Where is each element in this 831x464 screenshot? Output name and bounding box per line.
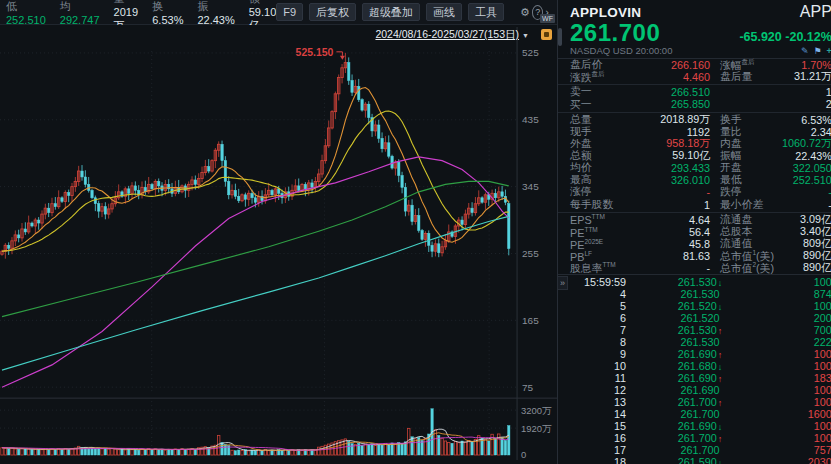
stock-symbol: APP bbox=[800, 3, 831, 21]
trade-row[interactable]: 10261.680↓100 bbox=[570, 360, 831, 372]
trade-row[interactable]: 17261.700757 bbox=[570, 444, 831, 456]
stat-value: - bbox=[644, 186, 710, 198]
quote-stat: 换6.53% bbox=[152, 0, 183, 26]
candlestick-chart[interactable]: 525435345255165753200万1920万0525.150 bbox=[0, 25, 557, 464]
trade-time: 4 bbox=[570, 288, 626, 300]
trade-row[interactable]: 15261.690↓100 bbox=[570, 420, 831, 432]
trade-time: 7 bbox=[570, 324, 626, 336]
trading-app-window: 低252.510均292.747量2019万换6.53%振22.43%额59.1… bbox=[0, 0, 831, 464]
trade-time: 15 bbox=[570, 420, 626, 432]
down-arrow-icon: ↓ bbox=[718, 362, 723, 372]
down-arrow-icon: ↓ bbox=[718, 422, 723, 432]
up-arrow-icon: ↑ bbox=[718, 326, 723, 336]
float-window-icon[interactable]: WF bbox=[540, 14, 555, 23]
stat-value: 22.43% bbox=[782, 150, 831, 162]
toolbar-button-超级叠加[interactable]: 超级叠加 bbox=[362, 3, 420, 21]
stats-row: 每手股数1最小价差- bbox=[558, 199, 831, 211]
trade-row[interactable]: 13261.700↑100 bbox=[570, 396, 831, 408]
stat-value: 81.63 bbox=[644, 250, 710, 262]
trade-time: 9 bbox=[570, 348, 626, 360]
down-arrow-icon: ↓ bbox=[718, 278, 723, 288]
trade-volume: 183 bbox=[774, 372, 831, 384]
stat-value: 890亿 bbox=[782, 261, 831, 275]
up-arrow-icon: ↑ bbox=[718, 374, 723, 384]
collapse-panel-icon[interactable]: » bbox=[558, 276, 568, 290]
toolbar-button-后复权[interactable]: 后复权 bbox=[309, 3, 356, 21]
trade-volume: 874 bbox=[774, 288, 831, 300]
volume-axis-label: 3200万 bbox=[521, 405, 552, 416]
trade-volume: 100 bbox=[774, 276, 831, 288]
trade-time: 14 bbox=[570, 408, 626, 420]
stat-label: 盘后量 bbox=[720, 70, 782, 84]
stat-value: 252.510 bbox=[782, 174, 831, 186]
stats-row: 买一265.8502 bbox=[558, 98, 831, 110]
trade-volume: 222 bbox=[774, 336, 831, 348]
toolbar-button-F9[interactable]: F9 bbox=[276, 3, 303, 21]
price-change: -65.920 -20.12% bbox=[739, 30, 831, 44]
stat-value: 1060.72万 bbox=[782, 137, 831, 151]
stat-value: 266.160 bbox=[644, 59, 710, 71]
quote-header: APPLOVIN APP 261.700 -65.920 -20.12% NAS… bbox=[558, 0, 831, 59]
settings-icon[interactable]: ⚙ bbox=[518, 6, 532, 19]
trade-volume: 757 bbox=[774, 444, 831, 456]
stat-label: 每手股数 bbox=[570, 198, 644, 212]
y-axis-label: 345 bbox=[522, 181, 539, 192]
trade-time: 18 bbox=[570, 456, 626, 464]
trade-time: 10 bbox=[570, 360, 626, 372]
lock-icon[interactable] bbox=[541, 29, 552, 40]
chevron-down-icon: ▼ bbox=[522, 32, 529, 39]
trade-price: 261.690↑ bbox=[626, 372, 774, 384]
trade-price: 261.700↑ bbox=[626, 396, 774, 408]
y-axis-label: 525 bbox=[522, 47, 539, 58]
add-watchlist-icon[interactable]: + bbox=[827, 46, 831, 56]
trade-price: 261.530↓ bbox=[626, 276, 774, 288]
quote-stat-label: 换 bbox=[152, 0, 163, 12]
trade-volume: 1600 bbox=[774, 408, 831, 420]
stat-value: 31.21万 bbox=[782, 70, 831, 84]
toolbar-button-工具[interactable]: 工具 bbox=[468, 3, 504, 21]
trade-row[interactable]: 9261.690↑100 bbox=[570, 348, 831, 360]
trade-time: 11 bbox=[570, 372, 626, 384]
trade-row[interactable]: 12261.690100 bbox=[570, 384, 831, 396]
edit-icon[interactable]: ✎ bbox=[801, 46, 809, 56]
stat-label: PE2025E bbox=[570, 238, 644, 251]
trade-row[interactable]: 4261.530874 bbox=[570, 288, 831, 300]
trade-row[interactable]: 6261.520200 bbox=[570, 312, 831, 324]
trade-price: 261.690 bbox=[626, 384, 774, 396]
y-axis-label: 435 bbox=[522, 114, 539, 125]
chart-column: 低252.510均292.747量2019万换6.53%振22.43%额59.1… bbox=[0, 0, 558, 464]
trade-price: 261.680↓ bbox=[626, 360, 774, 372]
trade-row[interactable]: 18261.590↓2030 bbox=[570, 456, 831, 464]
volume-axis-label: 1920万 bbox=[521, 423, 552, 434]
flag-icon[interactable]: ⚑ bbox=[813, 46, 821, 56]
trade-row[interactable]: 14261.7001600 bbox=[570, 408, 831, 420]
trade-time: 12 bbox=[570, 384, 626, 396]
stat-value: 266.510 bbox=[644, 86, 710, 98]
stat-value: 293.433 bbox=[644, 162, 710, 174]
stat-label: EPSTTM bbox=[570, 213, 644, 226]
down-arrow-icon: ↓ bbox=[718, 302, 723, 312]
up-arrow-icon: ↑ bbox=[718, 434, 723, 444]
trade-time: 13 bbox=[570, 396, 626, 408]
trade-row[interactable]: 7261.530↑700 bbox=[570, 324, 831, 336]
stat-value: 2018.89万 bbox=[644, 113, 710, 127]
stat-value: 322.050 bbox=[782, 162, 831, 174]
scrollbar-thumb[interactable] bbox=[558, 28, 562, 46]
stat-value: 265.850 bbox=[644, 98, 710, 110]
stat-value: 4.460 bbox=[644, 71, 710, 83]
stat-label: 最小价差 bbox=[720, 198, 782, 212]
date-range-selector[interactable]: 2024/08/16-2025/03/27(153日) ▼ bbox=[375, 28, 529, 42]
toolbar-button-画线[interactable]: 画线 bbox=[426, 3, 462, 21]
y-axis-label: 165 bbox=[522, 315, 539, 326]
stat-label: 涨跌盘后 bbox=[570, 70, 644, 85]
top-toolbar: 低252.510均292.747量2019万换6.53%振22.43%额59.1… bbox=[0, 0, 557, 25]
last-price: 261.700 bbox=[570, 19, 660, 47]
date-range-label: 2024/08/16-2025/03/27(153日) bbox=[375, 28, 519, 42]
trade-time: 8 bbox=[570, 336, 626, 348]
trade-row[interactable]: 5261.520↓100 bbox=[570, 300, 831, 312]
trade-row[interactable]: 8261.530222 bbox=[570, 336, 831, 348]
trade-row[interactable]: 11261.690↑183 bbox=[570, 372, 831, 384]
stat-label: 买一 bbox=[570, 98, 644, 112]
trade-row[interactable]: 15:59:59261.530↓100 bbox=[570, 276, 831, 288]
trade-row[interactable]: 16261.700↑100 bbox=[570, 432, 831, 444]
